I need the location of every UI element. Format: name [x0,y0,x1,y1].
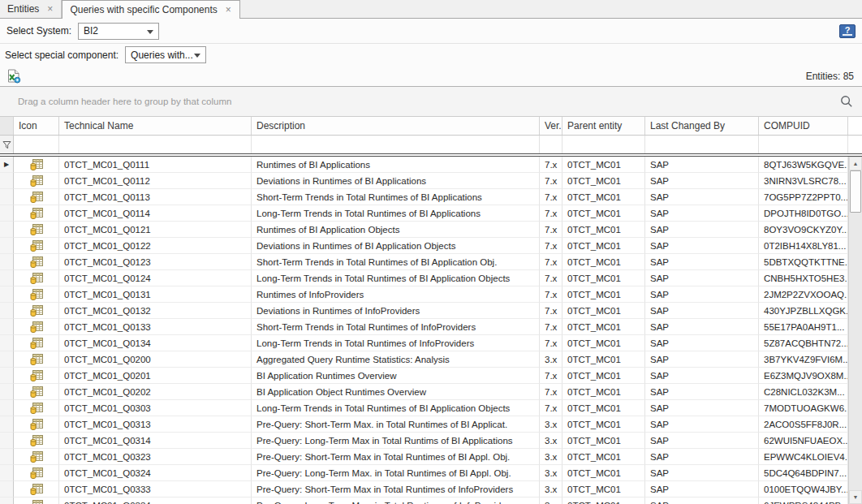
scrollbar-track[interactable] [849,213,862,490]
bex-query-icon [30,500,43,504]
version-cell: 7.x [540,205,562,222]
column-header-parent-entity[interactable]: Parent entity [562,117,645,135]
tab-entities-label: Entities [7,3,39,15]
table-row[interactable]: ▶ [0,254,848,270]
row-indicator-cell: ▶ [0,173,14,189]
bex-query-icon [30,435,43,446]
table-row[interactable]: ▶ [0,238,848,254]
bex-query-icon [30,192,43,203]
query-icon-cell [14,400,59,416]
excel-export-button[interactable] [6,68,24,84]
entities-grid: Drag a column header here to group by th… [0,86,862,504]
version-cell: 7.x [540,286,562,303]
filter-cell-version[interactable] [540,136,562,153]
query-icon-cell [14,449,59,465]
bex-query-icon [30,467,43,479]
column-header-description[interactable]: Description [252,117,540,135]
last-changed-by-cell: SAP [645,254,759,270]
description-cell: Long-Term Trends in Total Runtimes of BI… [252,205,540,222]
bex-query-icon [30,370,43,381]
technical-name-cell: 0TCT_MC01_Q0323 [59,449,252,465]
technical-name-cell: 0TCT_MC01_Q0313 [59,416,252,433]
column-header-last-changed-by[interactable]: Last Changed By [645,117,759,135]
compuid-cell: 8QTJ63W5KGQVE... [759,157,848,173]
tab-queries-with-specific-components[interactable]: Queries with specific Components × [62,0,239,19]
row-indicator-cell: ▶ [0,157,14,173]
column-header-version[interactable]: Ver. [540,117,562,135]
last-changed-by-cell: SAP [645,384,759,400]
tab-entities[interactable]: Entities × [0,0,62,18]
filter-cell-icon[interactable] [14,136,59,153]
compuid-cell: DPOJTH8ID0TGO... [759,205,848,222]
technical-name-cell: 0TCT_MC01_Q0131 [59,286,252,303]
parent-entity-cell: 0TCT_MC01 [562,368,645,384]
table-row[interactable]: ▶ [0,270,848,286]
table-row[interactable]: ▶ [0,481,848,498]
filter-cell-technical-name[interactable] [59,136,252,153]
parent-entity-cell: 0TCT_MC01 [562,400,645,416]
column-header-icon[interactable]: Icon [14,117,59,135]
parent-entity-cell: 0TCT_MC01 [562,157,645,173]
version-cell: 7.x [540,222,562,238]
scrollbar-thumb[interactable] [850,170,861,213]
grid-body: ▶ [0,157,862,504]
table-row[interactable]: ▶ [0,319,848,335]
search-button[interactable] [840,95,853,111]
query-icon-cell [14,465,59,481]
group-by-panel[interactable]: Drag a column header here to group by th… [0,87,862,117]
last-changed-by-cell: SAP [645,465,759,481]
table-row[interactable]: ▶ [0,384,848,400]
version-cell: 7.x [540,157,562,173]
scroll-down-button[interactable]: ▼ [849,490,862,504]
table-row[interactable]: ▶ [0,222,848,238]
table-row[interactable]: ▶ [0,286,848,303]
component-select[interactable]: Queries with... [125,46,206,63]
table-row[interactable]: ▶ [0,351,848,368]
column-header-technical-name[interactable]: Technical Name [59,117,252,135]
filter-cell-compuid[interactable] [759,136,848,153]
table-row[interactable]: ▶ [0,465,848,481]
compuid-cell: EPWWC4KLOIEV4... [759,449,848,465]
table-row[interactable]: ▶ [0,205,848,222]
table-row[interactable]: ▶ [0,449,848,465]
table-row[interactable]: ▶ [0,303,848,319]
query-icon-cell [14,384,59,400]
component-select-value: Queries with... [131,50,193,61]
table-row[interactable]: ▶ [0,335,848,351]
parent-entity-cell: 0TCT_MC01 [562,433,645,449]
version-cell: 7.x [540,368,562,384]
help-button[interactable]: ? [839,24,856,38]
description-cell: Deviations in Runtimes of BI Application… [252,238,540,254]
tab-close-icon[interactable]: × [225,5,232,15]
parent-entity-cell: 0TCT_MC01 [562,384,645,400]
grid-rows-container: ▶ [0,157,848,504]
tab-close-icon[interactable]: × [46,4,54,14]
column-header-compuid[interactable]: COMPUID [759,117,848,135]
version-cell: 3.x [540,351,562,368]
table-row[interactable]: ▶ [0,173,848,189]
scroll-up-button[interactable]: ▲ [849,157,862,170]
table-row[interactable]: ▶ [0,189,848,205]
description-cell: BI Application Runtimes Overview [252,368,540,384]
table-row[interactable]: ▶ [0,368,848,384]
table-row[interactable]: ▶ [0,498,848,504]
description-cell: Pre-Query: Long-Term Max in Total Runtim… [252,433,540,449]
filter-cell-parent-entity[interactable] [562,136,645,153]
table-row[interactable]: ▶ [0,416,848,433]
table-row[interactable]: ▶ [0,157,848,173]
filter-cell-last-changed-by[interactable] [645,136,759,153]
vertical-scrollbar[interactable]: ▲ ▼ [848,157,862,504]
table-row[interactable]: ▶ [0,400,848,416]
row-indicator-cell: ▶ [0,433,14,449]
parent-entity-cell: 0TCT_MC01 [562,205,645,222]
parent-entity-cell: 0TCT_MC01 [562,173,645,189]
compuid-cell: 2JM2P2ZVXOOAQ... [759,286,848,303]
compuid-cell: CNBH5HXTO5HE3... [759,270,848,286]
description-cell: Short-Term Trends in Total Runtimes of B… [252,189,540,205]
last-changed-by-cell: SAP [645,400,759,416]
filter-cell-description[interactable] [252,136,540,153]
bex-query-icon [30,386,43,398]
bex-query-icon [30,451,43,463]
system-select[interactable]: BI2 [78,23,159,40]
table-row[interactable]: ▶ [0,433,848,449]
